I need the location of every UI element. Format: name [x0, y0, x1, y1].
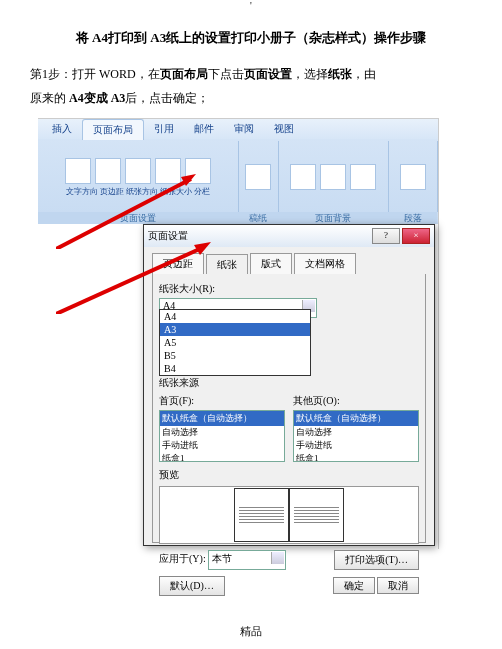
indent-icon[interactable] [400, 164, 426, 190]
t: ，由 [352, 67, 376, 81]
tab-page-layout[interactable]: 页面布局 [82, 119, 144, 140]
dialog-body: 纸张大小(R): A4 A4 A3 A5 B5 B4 纸张来源 首页(F): 默… [152, 274, 426, 543]
preview-label: 预览 [159, 468, 419, 482]
tab-paper[interactable]: 纸张 [206, 254, 248, 275]
li[interactable]: 纸盒1 [294, 452, 418, 462]
group-label-page-setup[interactable]: 页面设置 [38, 212, 238, 224]
option-a4[interactable]: A4 [160, 310, 310, 323]
footer: 精品 [0, 624, 502, 639]
t: A4变成 A3 [69, 91, 125, 105]
columns-icon[interactable] [185, 158, 211, 184]
t: 页面设置 [244, 67, 292, 81]
dialog-titlebar[interactable]: 页面设置 ? × [144, 225, 434, 247]
preview-box [159, 486, 419, 544]
group-label-background: 页面背景 [278, 212, 388, 224]
paper-size-dropdown: A4 A3 A5 B5 B4 [159, 309, 311, 376]
header-dot: ' [0, 0, 502, 11]
li[interactable]: 手动进纸 [294, 439, 418, 452]
group-paragraph [388, 141, 438, 212]
help-button[interactable]: ? [372, 228, 400, 244]
li[interactable]: 纸盒1 [160, 452, 284, 462]
option-b4[interactable]: B4 [160, 362, 310, 375]
default-button[interactable]: 默认(D)… [159, 576, 225, 596]
t: 下点击 [208, 67, 244, 81]
ribbon: 插入 页面布局 引用 邮件 审阅 视图 文字方向 页边距 纸张方向 纸张大小 分… [38, 119, 438, 224]
li[interactable]: 自动选择 [294, 426, 418, 439]
tab-grid[interactable]: 文档网格 [294, 253, 356, 274]
first-page-list[interactable]: 默认纸盒（自动选择） 自动选择 手动进纸 纸盒1 [159, 410, 285, 462]
l: 纸张大小 [160, 186, 192, 197]
tab-layout[interactable]: 版式 [250, 253, 292, 274]
watermark-icon[interactable] [290, 164, 316, 190]
paper-settings-icon[interactable] [245, 164, 271, 190]
tab-margins[interactable]: 页边距 [152, 253, 204, 274]
t: 第1步：打开 WORD，在 [30, 67, 160, 81]
l: 页边距 [100, 186, 124, 197]
ok-button[interactable]: 确定 [333, 577, 375, 594]
li[interactable]: 默认纸盒（自动选择） [294, 411, 418, 426]
step-line-1: 第1步：打开 WORD，在页面布局下点击页面设置，选择纸张，由 [30, 62, 472, 86]
group-label-paper: 稿纸 [238, 212, 278, 224]
cancel-button[interactable]: 取消 [377, 577, 419, 594]
option-a3[interactable]: A3 [160, 323, 310, 336]
t: 纸张 [328, 67, 352, 81]
tab-review[interactable]: 审阅 [224, 119, 264, 139]
other-page-list[interactable]: 默认纸盒（自动选择） 自动选择 手动进纸 纸盒1 [293, 410, 419, 462]
tab-references[interactable]: 引用 [144, 119, 184, 139]
group-button-labels: 文字方向 页边距 纸张方向 纸张大小 分栏 [66, 186, 210, 197]
other-page-label: 其他页(O): [293, 394, 419, 408]
dialog-tabs: 页边距 纸张 版式 文档网格 [144, 247, 434, 274]
group-page-setup: 文字方向 页边距 纸张方向 纸张大小 分栏 [38, 141, 239, 212]
paper-size-label: 纸张大小(R): [159, 282, 419, 296]
dialog-title: 页面设置 [148, 229, 188, 243]
first-page-label: 首页(F): [159, 394, 285, 408]
screenshot: 插入 页面布局 引用 邮件 审阅 视图 文字方向 页边距 纸张方向 纸张大小 分… [38, 118, 439, 549]
l: 文字方向 [66, 186, 98, 197]
preview-page-left [234, 488, 289, 542]
size-icon[interactable] [155, 158, 181, 184]
tab-mailings[interactable]: 邮件 [184, 119, 224, 139]
li[interactable]: 默认纸盒（自动选择） [160, 411, 284, 426]
page-color-icon[interactable] [320, 164, 346, 190]
margins-icon[interactable] [95, 158, 121, 184]
ribbon-tabs: 插入 页面布局 引用 邮件 审阅 视图 [38, 119, 438, 139]
page-setup-dialog: 页面设置 ? × 页边距 纸张 版式 文档网格 纸张大小(R): A4 A4 A… [143, 224, 435, 546]
page-border-icon[interactable] [350, 164, 376, 190]
t: 页面布局 [160, 67, 208, 81]
li[interactable]: 自动选择 [160, 426, 284, 439]
t: 后，点击确定； [125, 91, 209, 105]
print-options-button[interactable]: 打印选项(T)… [334, 550, 419, 570]
tab-insert[interactable]: 插入 [42, 119, 82, 139]
group-label-paragraph: 段落 [388, 212, 437, 224]
l: 纸张方向 [126, 186, 158, 197]
step-line-2: 原来的 A4变成 A3后，点击确定； [30, 86, 472, 110]
tab-view[interactable]: 视图 [264, 119, 304, 139]
apply-to-label: 应用于(Y): [159, 553, 206, 564]
t: ，选择 [292, 67, 328, 81]
group-page-background [278, 141, 389, 212]
li[interactable]: 手动进纸 [160, 439, 284, 452]
l: 分栏 [194, 186, 210, 197]
option-a5[interactable]: A5 [160, 336, 310, 349]
text-direction-icon[interactable] [65, 158, 91, 184]
close-button[interactable]: × [402, 228, 430, 244]
t: 原来的 [30, 91, 69, 105]
group-paper [238, 141, 279, 212]
apply-to-select[interactable]: 本节 [208, 550, 286, 570]
doc-title: 将 A4打印到 A3纸上的设置打印小册子（杂志样式）操作步骤 [0, 29, 502, 47]
preview-page-right [289, 488, 344, 542]
orientation-icon[interactable] [125, 158, 151, 184]
option-b5[interactable]: B5 [160, 349, 310, 362]
paper-source-label: 纸张来源 [159, 376, 419, 390]
